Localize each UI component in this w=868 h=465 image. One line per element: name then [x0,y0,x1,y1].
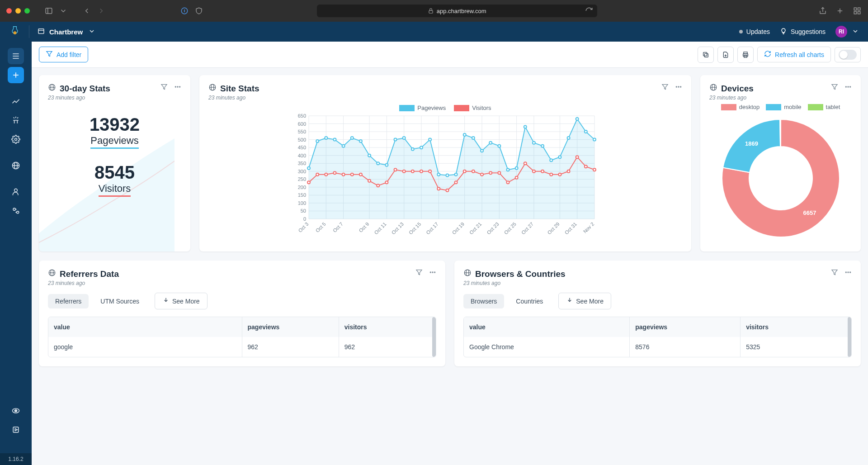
window-controls [6,8,30,14]
back-icon[interactable] [82,6,91,15]
svg-rect-11 [858,12,860,14]
svg-rect-0 [46,8,52,14]
browser-chrome: app.chartbrew.com [0,0,868,22]
forward-icon [97,6,106,15]
maximize-window-icon[interactable] [24,8,30,14]
lock-icon [428,8,434,14]
address-bar[interactable]: app.chartbrew.com [317,5,597,17]
svg-rect-8 [854,8,856,10]
minimize-window-icon[interactable] [15,8,21,14]
share-icon[interactable] [818,6,827,15]
url-text: app.chartbrew.com [437,8,486,14]
svg-rect-10 [854,12,856,14]
sidebar-toggle-icon[interactable] [44,6,53,15]
chevron-down-icon[interactable] [59,6,68,15]
extension-1password-icon[interactable] [180,6,189,15]
reload-icon[interactable] [585,6,594,15]
tab-overview-icon[interactable] [853,6,862,15]
new-tab-icon[interactable] [835,6,844,15]
shield-icon[interactable] [194,6,203,15]
svg-rect-4 [429,10,433,13]
svg-rect-9 [858,8,860,10]
close-window-icon[interactable] [6,8,12,14]
